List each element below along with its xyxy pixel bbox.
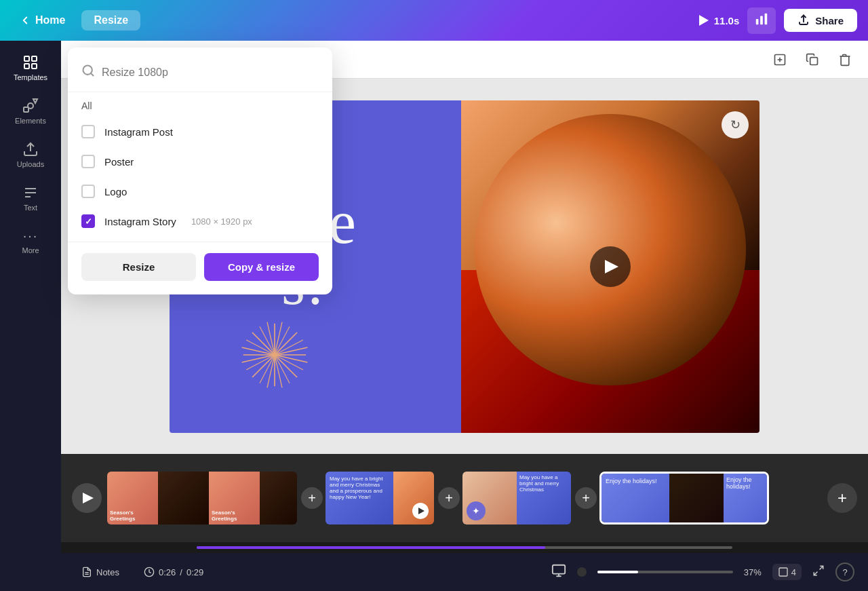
home-button[interactable]: Home (11, 10, 73, 31)
dropdown-actions: Resize Copy & resize (68, 242, 332, 284)
time-display: 0:26 / 0:29 (137, 563, 210, 582)
progress-track[interactable] (197, 546, 732, 549)
timeline-add-1[interactable]: + (301, 487, 323, 509)
delete-button[interactable] (833, 47, 857, 72)
time-current: 0:26 (159, 567, 176, 577)
instagram-story-label: Instagram Story (104, 216, 176, 227)
timeline-add-2[interactable]: + (438, 487, 460, 509)
canvas-play-button[interactable] (590, 246, 631, 287)
copy-resize-button[interactable]: Copy & resize (204, 253, 319, 281)
frame-count: 4 (791, 567, 796, 577)
instagram-story-checkbox[interactable]: ✓ (81, 214, 95, 228)
check-icon: ✓ (85, 216, 92, 227)
grid-icon (22, 54, 39, 71)
monitor-icon (551, 563, 566, 578)
notes-label: Notes (96, 567, 119, 577)
resize-dropdown: All Instagram Post Poster Logo ✓ Instagr… (68, 47, 332, 294)
record-button[interactable] (577, 567, 587, 577)
sidebar-label-templates: Templates (14, 73, 47, 81)
dropdown-item-poster[interactable]: Poster (68, 147, 332, 176)
timeline-play-icon (83, 493, 94, 503)
frame-button[interactable]: 4 (772, 564, 802, 580)
stats-icon (754, 12, 769, 26)
timeline-clip-2[interactable]: May you have a bright and merry Christma… (326, 472, 434, 525)
play-button[interactable]: 11.0s (699, 15, 740, 26)
logo-checkbox[interactable] (81, 185, 95, 198)
header: Home Resize 11.0s Share (0, 0, 868, 41)
help-button[interactable]: ? (835, 563, 854, 582)
clock-icon (144, 567, 155, 577)
svg-rect-31 (553, 565, 565, 573)
refresh-button[interactable]: ↻ (722, 111, 749, 138)
expand-icon (812, 565, 825, 577)
svg-rect-2 (765, 13, 768, 24)
upload-icon (22, 141, 39, 157)
dots-icon: ··· (23, 228, 39, 244)
poster-checkbox[interactable] (81, 155, 95, 168)
frame-icon (778, 567, 789, 577)
trash-icon (838, 53, 852, 66)
sidebar-label-elements: Elements (15, 117, 46, 125)
shapes-icon (22, 98, 39, 114)
search-section (68, 58, 332, 92)
timeline-clips: Season'sGreetings Season'sGreetings + Ma… (107, 472, 822, 525)
time-total: 0:29 (186, 567, 203, 577)
logo-label: Logo (104, 186, 127, 197)
starburst-icon (237, 318, 312, 392)
notes-button[interactable]: Notes (75, 563, 126, 582)
resize-button[interactable]: Resize (81, 10, 140, 31)
resize-button[interactable]: Resize (81, 253, 196, 281)
dropdown-item-logo[interactable]: Logo (68, 176, 332, 206)
timeline: Season'sGreetings Season'sGreetings + Ma… (61, 454, 868, 542)
dropdown-item-instagram-post[interactable]: Instagram Post (68, 117, 332, 147)
svg-line-36 (814, 571, 817, 575)
sidebar: Templates Elements Uploads Text ··· More (0, 41, 61, 591)
timeline-clip-4-selected[interactable]: Enjoy the holidays! Enjoy the holidays! (599, 472, 769, 525)
zoom-fill (597, 571, 638, 573)
sidebar-item-more[interactable]: ··· More (3, 221, 58, 261)
share-button[interactable]: Share (784, 9, 857, 32)
timeline-play-button[interactable] (72, 483, 102, 513)
canvas-right-section (461, 100, 760, 433)
svg-rect-4 (24, 56, 29, 61)
stats-button[interactable] (747, 7, 776, 34)
svg-rect-7 (32, 64, 37, 69)
poster-label: Poster (104, 156, 134, 168)
add-frame-icon (773, 53, 787, 66)
notes-icon (81, 567, 92, 577)
add-frame-button[interactable] (768, 47, 792, 72)
svg-rect-1 (760, 16, 763, 24)
instagram-post-checkbox[interactable] (81, 125, 95, 138)
monitor-button[interactable] (551, 563, 566, 582)
sidebar-item-templates[interactable]: Templates (3, 47, 58, 88)
svg-line-38 (91, 73, 94, 76)
timeline-clip-3[interactable]: ✦ May you have a bright and merry Christ… (462, 472, 571, 525)
sidebar-item-elements[interactable]: Elements (3, 91, 58, 132)
progress-area (61, 542, 868, 553)
sidebar-item-text[interactable]: Text (3, 178, 58, 218)
timeline-end-add[interactable]: + (827, 483, 857, 513)
search-input[interactable] (102, 66, 319, 79)
svg-rect-5 (32, 56, 37, 61)
timeline-clip-1[interactable]: Season'sGreetings Season'sGreetings (107, 472, 297, 525)
text-icon (22, 185, 39, 201)
svg-rect-0 (756, 19, 759, 24)
duplicate-button[interactable] (800, 47, 825, 72)
duplicate-icon (806, 53, 819, 66)
sidebar-label-uploads: Uploads (17, 160, 44, 168)
share-icon (797, 14, 810, 26)
bottom-bar: Notes 0:26 / 0:29 37% 4 (61, 553, 868, 591)
sidebar-item-uploads[interactable]: Uploads (3, 134, 58, 175)
dropdown-item-instagram-story[interactable]: ✓ Instagram Story 1080 × 1920 px (68, 206, 332, 236)
play-icon (699, 15, 709, 26)
timeline-add-3[interactable]: + (575, 487, 597, 509)
zoom-scrubber[interactable] (597, 571, 733, 573)
svg-rect-15 (810, 57, 818, 64)
svg-rect-9 (24, 107, 28, 112)
chevron-left-icon (19, 14, 31, 26)
svg-rect-34 (779, 568, 787, 576)
instagram-story-size: 1080 × 1920 px (191, 216, 252, 227)
all-label: All (68, 98, 332, 117)
expand-button[interactable] (812, 565, 825, 580)
search-icon (81, 64, 95, 81)
